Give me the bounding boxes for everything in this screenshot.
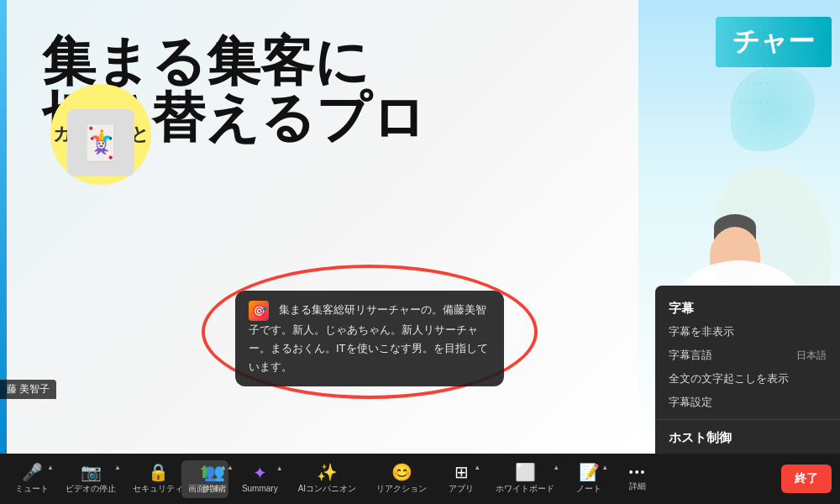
video-label: ビデオの停止	[66, 483, 116, 495]
mute-icon: 🎤	[22, 464, 43, 480]
security-label: セキュリティ	[133, 483, 183, 495]
whiteboard-caret: ▲	[553, 464, 559, 471]
share-screen-label: 画面共有	[188, 483, 222, 495]
mute-label: ミュート	[15, 483, 49, 495]
share-screen-button[interactable]: ⬆ 画面共有 ▲	[181, 460, 228, 498]
menu-section-host: ホスト制御	[655, 425, 840, 449]
video-caret: ▲	[114, 464, 121, 471]
toolbar-right: 終了	[774, 465, 832, 493]
summary-icon: ✦	[253, 465, 267, 481]
mute-button[interactable]: 🎤 ミュート ▲	[8, 460, 55, 498]
toolbar: 🎤 ミュート ▲ 📷 ビデオの停止 ▲ 🔒 セキュリティ 👥 参加者 ▲ ⬆ 画…	[0, 454, 840, 504]
mute-caret: ▲	[47, 464, 54, 471]
apps-button[interactable]: ⊞ アプリ ▲	[440, 460, 482, 498]
apps-caret: ▲	[474, 464, 480, 471]
summary-label: Summary	[242, 484, 278, 493]
menu-divider	[655, 419, 840, 420]
ai-companion-button[interactable]: ✨ AIコンパニオン	[291, 460, 363, 498]
security-button[interactable]: 🔒 セキュリティ	[126, 460, 190, 498]
apps-label: アプリ	[449, 483, 474, 495]
notes-caret: ▲	[601, 464, 608, 471]
menu-item-caption-settings[interactable]: 字幕設定	[655, 391, 840, 414]
reactions-button[interactable]: 😊 リアクション	[370, 460, 433, 498]
slide-card-icon: 🃏	[67, 109, 134, 176]
share-screen-caret: ▲	[220, 464, 227, 471]
whiteboard-label: ホワイトボード	[496, 483, 554, 495]
whiteboard-icon: ⬜	[515, 464, 536, 480]
video-icon: 📷	[81, 464, 102, 480]
video-stop-button[interactable]: 📷 ビデオの停止 ▲	[59, 460, 123, 498]
toolbar-center: ⬆ 画面共有 ▲ ✦ Summary ▲ ✨ AIコンパニオン 😊 リアクション…	[181, 460, 659, 498]
ai-icon: ✨	[317, 464, 338, 480]
menu-item-caption-language[interactable]: 字幕言語 日本語	[655, 344, 840, 367]
notes-button[interactable]: 📝 ノート ▲	[568, 460, 610, 498]
caption-popup: 🎯 集まる集客総研リサーチャーの。備藤美智子です。新人。じゃあちゃん。新人リサー…	[235, 291, 504, 386]
reactions-label: リアクション	[376, 483, 427, 495]
apps-icon: ⊞	[454, 464, 469, 480]
notes-label: ノート	[576, 483, 601, 495]
caption-text: 集まる集客総研リサーチャーの。備藤美智子です。新人。じゃあちゃん。新人リサーチャ…	[249, 303, 488, 373]
summary-button[interactable]: ✦ Summary ▲	[235, 461, 285, 496]
reactions-icon: 😊	[391, 464, 412, 480]
main-video-area: 集まる集客に 切り替えるプロ ガチャリと 🃏 チャー 藤 美智子 🎯 集まる集客…	[0, 0, 840, 454]
speaker-badge: 藤 美智子	[0, 380, 56, 399]
security-icon: 🔒	[148, 464, 169, 480]
menu-item-hide-captions[interactable]: 字幕を非表示	[655, 320, 840, 344]
notes-icon: 📝	[579, 464, 600, 480]
menu-item-host-caption-control[interactable]: ホスト字幕のコントロール設定	[655, 449, 840, 454]
more-icon: •••	[629, 466, 647, 478]
whiteboard-button[interactable]: ⬜ ホワイトボード ▲	[489, 460, 561, 498]
more-button[interactable]: ••• 詳細	[617, 463, 659, 496]
context-menu[interactable]: 字幕 字幕を非表示 字幕言語 日本語 全文の文字起こしを表示 字幕設定 ホスト制…	[655, 286, 840, 454]
end-meeting-button[interactable]: 終了	[781, 465, 832, 493]
menu-item-full-transcript[interactable]: 全文の文字起こしを表示	[655, 367, 840, 391]
share-screen-icon: ⬆	[197, 464, 212, 480]
menu-section-captions: 字幕	[655, 296, 840, 320]
more-label: 詳細	[629, 480, 646, 492]
summary-caret: ▲	[276, 465, 283, 472]
caption-avatar: 🎯	[249, 301, 269, 321]
blob-decoration-1	[731, 67, 815, 151]
ai-label: AIコンパニオン	[298, 483, 356, 495]
